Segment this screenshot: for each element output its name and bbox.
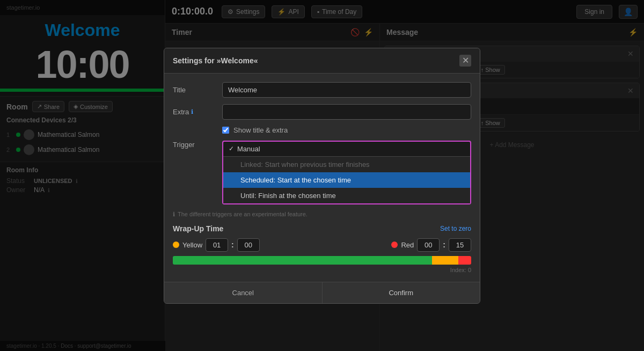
wrap-up-section: Wrap-Up Time Set to zero Yellow : Red [173,224,471,273]
cancel-button[interactable]: Cancel [164,282,323,303]
modal-close-button[interactable]: ✕ [459,55,471,67]
yellow-sec-input[interactable] [237,238,260,252]
red-time-side: Red : [391,238,471,252]
title-label: Title [173,86,216,94]
wrap-bar-green [173,256,432,265]
yellow-time-side: Yellow : [173,238,260,252]
trigger-dropdown-list: Linked: Start when previous timer finish… [223,156,470,203]
confirm-button[interactable]: Confirm [323,282,480,303]
wrap-bar [173,256,471,265]
settings-modal: Settings for »Welcome« ✕ Title Extra ℹ S… [164,48,480,304]
trigger-note: ℹ The different triggers are an experime… [173,211,471,218]
trigger-label: Trigger [173,141,216,149]
show-title-row: Show title & extra [222,126,471,134]
red-dot [391,242,398,248]
set-to-zero-button[interactable]: Set to zero [440,225,471,232]
index-label: Index: 0 [173,267,471,273]
show-title-label: Show title & extra [233,126,288,134]
trigger-row: Trigger ✓ Manual Linked: Start when prev… [173,141,471,204]
extra-input[interactable] [222,104,471,120]
extra-label: Extra ℹ [173,108,216,116]
trigger-dropdown[interactable]: ✓ Manual Linked: Start when previous tim… [222,141,471,204]
red-sec-input[interactable] [449,238,471,252]
trigger-option-scheduled[interactable]: Scheduled: Start at the chosen time [223,172,470,188]
extra-info-icon: ℹ [191,108,193,115]
trigger-selected: ✓ Manual [223,142,470,156]
red-min-input[interactable] [417,238,440,252]
wrap-up-header: Wrap-Up Time Set to zero [173,224,471,233]
yellow-min-input[interactable] [206,238,228,252]
title-input[interactable] [222,82,471,98]
trigger-option-until[interactable]: Until: Finish at the chosen time [223,188,470,203]
wrap-bar-red [458,256,471,265]
title-row: Title [173,82,471,98]
yellow-label: Yellow [182,241,202,249]
trigger-option-linked[interactable]: Linked: Start when previous timer finish… [223,157,470,172]
modal-title: Settings for »Welcome« [173,56,258,65]
wrap-up-times: Yellow : Red : [173,238,471,252]
extra-row: Extra ℹ [173,104,471,120]
show-title-checkbox[interactable] [222,127,229,134]
modal-body: Title Extra ℹ Show title & extra Trigger [164,74,480,282]
yellow-dot [173,242,179,248]
modal-footer: Cancel Confirm [164,282,480,303]
trigger-selected-label: Manual [237,145,260,153]
wrap-bar-yellow [432,256,458,265]
note-icon: ℹ [173,211,175,218]
modal-header: Settings for »Welcome« ✕ [164,48,480,74]
red-label: Red [401,241,414,249]
wrap-up-title: Wrap-Up Time [173,224,223,233]
check-icon: ✓ [229,145,234,152]
modal-overlay: Settings for »Welcome« ✕ Title Extra ℹ S… [0,0,644,351]
